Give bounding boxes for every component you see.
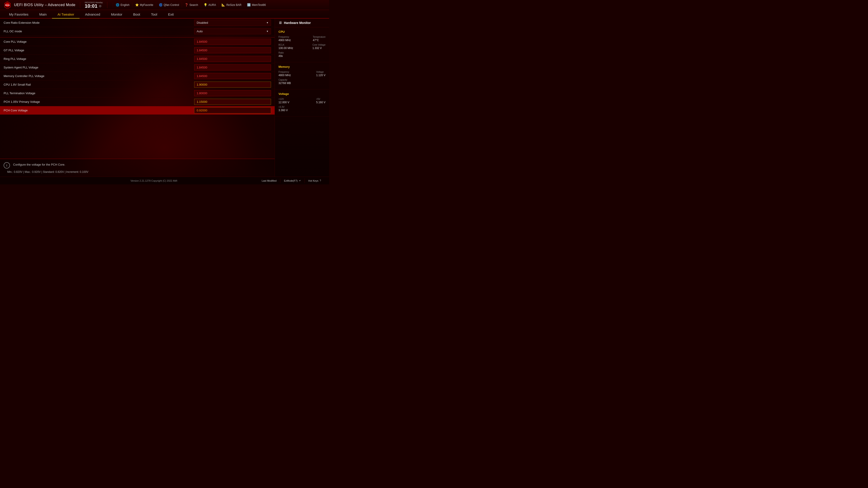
memtest-label: MemTest86	[252, 3, 266, 6]
core-volt-label: Core Voltage	[312, 43, 326, 46]
ez-mode-button[interactable]: EzMode(F7) ↵	[280, 178, 305, 183]
dropdown-core-ratio[interactable]: Disabled ▼	[194, 20, 271, 26]
footer-actions: Last Modified EzMode(F7) ↵ Hot Keys ?	[258, 178, 324, 183]
setting-value-fll-oc[interactable]: Auto ▼	[194, 28, 271, 34]
dropdown-fll-oc[interactable]: Auto ▼	[194, 28, 271, 34]
cpu-freq-value: 4900 MHz	[278, 39, 291, 42]
table-row[interactable]: Core PLL Voltage 1.84500	[0, 37, 275, 46]
value-ring-pll[interactable]: 1.84500	[194, 56, 271, 62]
cpu-section: CPU Frequency 4900 MHz Temperature 47°C …	[275, 27, 329, 62]
setting-value-core-ratio[interactable]: Disabled ▼	[194, 20, 271, 26]
tab-ai-tweaker[interactable]: Ai Tweaker	[52, 11, 80, 19]
settings-list[interactable]: Core Ratio Extension Mode Disabled ▼ FLL…	[0, 19, 275, 159]
table-row[interactable]: PCH Core Voltage 0.92000	[0, 106, 275, 115]
table-row[interactable]: PLL Termination Voltage 1.80000	[0, 89, 275, 98]
dropdown-value: Auto	[197, 30, 203, 33]
hot-keys-label: Hot Keys	[308, 180, 318, 182]
fan-icon: 🌀	[159, 3, 162, 6]
toolbar-myfavorite[interactable]: ⭐ MyFavorite	[132, 2, 156, 7]
tab-exit[interactable]: Exit	[162, 11, 179, 18]
tab-my-favorites[interactable]: My Favorites	[4, 11, 34, 18]
tab-tool[interactable]: Tool	[146, 11, 163, 18]
ratio-label: Ratio	[278, 52, 284, 54]
mem-volt-col: Voltage 1.120 V	[316, 71, 326, 77]
value-pch-core[interactable]: 0.92000	[194, 107, 271, 113]
value-mc-pll[interactable]: 1.84500	[194, 73, 271, 79]
value-sa-pll[interactable]: 1.84500	[194, 64, 271, 70]
last-modified-button[interactable]: Last Modified	[258, 178, 280, 183]
hw-monitor-title: Hardware Monitor	[284, 21, 311, 25]
mem-row-2: Capacity 32768 MB	[278, 78, 326, 85]
setting-label-gt-pll: GT PLL Voltage	[4, 48, 194, 52]
monitor-icon: 🖥	[278, 21, 282, 25]
table-row[interactable]: PCH 1.05V Primary Voltage 1.15000	[0, 98, 275, 106]
setting-value-ring-pll[interactable]: 1.84500	[194, 56, 271, 62]
value-gt-pll[interactable]: 1.84500	[194, 47, 271, 53]
toolbar-aura[interactable]: 💡 AURA	[201, 2, 219, 7]
setting-value-sa-pll[interactable]: 1.84500	[194, 64, 271, 70]
bclk-value: 100.00 MHz	[278, 46, 293, 50]
last-modified-label: Last Modified	[262, 180, 276, 182]
content-area: Core Ratio Extension Mode Disabled ▼ FLL…	[0, 19, 275, 177]
version-text: Version 2.21.1278 Copyright (C) 2022 AMI	[50, 180, 258, 182]
tab-monitor[interactable]: Monitor	[105, 11, 128, 18]
tab-main[interactable]: Main	[34, 11, 52, 18]
table-row[interactable]: CPU 1.8V Small Rail 1.90000	[0, 80, 275, 89]
tab-boot[interactable]: Boot	[128, 11, 146, 18]
setting-value-pll-term[interactable]: 1.80000	[194, 90, 271, 96]
table-row[interactable]: Memory Controller PLL Voltage 1.84500	[0, 72, 275, 80]
value-pll-term[interactable]: 1.80000	[194, 90, 271, 96]
v12-label: +12V	[278, 98, 289, 100]
setting-value-pch-core[interactable]: 0.92000	[194, 107, 271, 113]
info-text: Configure the voltage for the PCH Core.	[13, 162, 65, 166]
v5-col: +5V 5.160 V	[316, 98, 326, 104]
search-label: Search	[189, 3, 198, 6]
tab-advanced[interactable]: Advanced	[80, 11, 105, 18]
toolbar-resize[interactable]: 📐 ReSize BAR	[219, 2, 244, 7]
cpu-freq-col: Frequency 4900 MHz	[278, 36, 291, 42]
toolbar-search[interactable]: ❓ Search	[182, 2, 201, 7]
settings-icon[interactable]: ⚙	[99, 4, 102, 8]
header: ROG UEFI BIOS Utility – Advanced Mode 08…	[0, 0, 329, 10]
table-row[interactable]: Ring PLL Voltage 1.84500	[0, 55, 275, 63]
value-cpu-18v[interactable]: 1.90000	[194, 82, 271, 88]
hardware-monitor-panel: 🖥 Hardware Monitor CPU Frequency 4900 MH…	[275, 19, 329, 177]
setting-value-cpu-18v[interactable]: 1.90000	[194, 82, 271, 88]
mem-cap-value: 32768 MB	[278, 82, 291, 85]
table-row[interactable]: System Agent PLL Voltage 1.84500	[0, 63, 275, 72]
value-core-pll[interactable]: 1.84500	[194, 39, 271, 45]
mem-freq-value: 4800 MHz	[278, 74, 291, 77]
aura-label: AURA	[209, 3, 216, 6]
setting-value-gt-pll[interactable]: 1.84500	[194, 47, 271, 53]
info-area: i Configure the voltage for the PCH Core…	[0, 159, 275, 177]
datetime-display: 08/22/2022 Monday 10:01 ⚙	[85, 1, 103, 8]
value-pch-105v[interactable]: 1.15000	[194, 99, 271, 105]
bios-title: UEFI BIOS Utility – Advanced Mode	[14, 3, 75, 7]
toolbar-memtest[interactable]: 🔢 MemTest86	[244, 2, 269, 7]
setting-label-core-pll: Core PLL Voltage	[4, 40, 194, 43]
table-row[interactable]: FLL OC mode Auto ▼	[0, 27, 275, 36]
chevron-down-icon: ▼	[266, 30, 269, 33]
english-label: English	[121, 3, 129, 6]
footer: Version 2.21.1278 Copyright (C) 2022 AMI…	[0, 177, 329, 184]
memory-section: Memory Frequency 4800 MHz Voltage 1.120 …	[275, 62, 329, 90]
v5-value: 5.160 V	[316, 101, 326, 104]
mem-freq-col: Frequency 4800 MHz	[278, 71, 291, 77]
table-row[interactable]: GT PLL Voltage 1.84500	[0, 46, 275, 55]
table-row[interactable]: Core Ratio Extension Mode Disabled ▼	[0, 19, 275, 27]
memtest-icon: 🔢	[247, 3, 251, 6]
svg-text:ROG: ROG	[5, 4, 10, 6]
setting-value-pch-105v[interactable]: 1.15000	[194, 99, 271, 105]
setting-label-core-ratio: Core Ratio Extension Mode	[4, 21, 194, 24]
core-volt-value: 1.332 V	[312, 46, 326, 50]
toolbar-qfan[interactable]: 🌀 Qfan Control	[156, 2, 182, 7]
core-volt-col: Core Voltage 1.332 V	[312, 43, 326, 50]
mem-volt-label: Voltage	[316, 71, 326, 73]
toolbar-english[interactable]: 🌐 English	[113, 2, 132, 7]
v5-label: +5V	[316, 98, 326, 100]
setting-value-core-pll[interactable]: 1.84500	[194, 39, 271, 45]
v33-value: 3.360 V	[278, 109, 288, 112]
hot-keys-button[interactable]: Hot Keys ?	[305, 178, 324, 183]
setting-value-mc-pll[interactable]: 1.84500	[194, 73, 271, 79]
dropdown-value: Disabled	[197, 21, 208, 24]
